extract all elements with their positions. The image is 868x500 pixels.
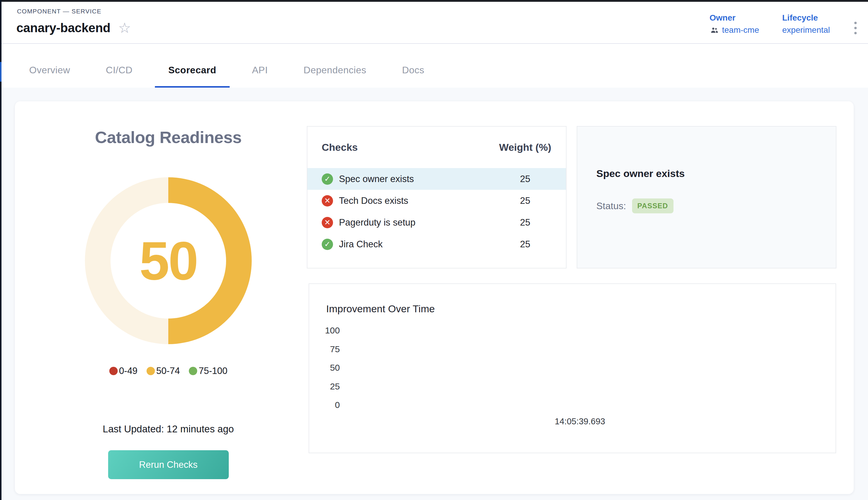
entity-tabbar: Overview CI/CD Scorecard API Dependencie… <box>0 43 868 88</box>
team-icon <box>709 26 719 34</box>
checks-table-header: Checks Weight (%) <box>308 127 566 168</box>
chart-title: Improvement Over Time <box>326 303 435 315</box>
legend-dot-green <box>189 367 197 375</box>
scorecard-card: Catalog Readiness 50 0-49 50-74 75-100 <box>15 101 854 494</box>
score-legend: 0-49 50-74 75-100 <box>15 366 322 376</box>
check-passed-icon: ✓ <box>322 239 333 250</box>
window-left-edge <box>0 0 1 500</box>
legend-dot-red <box>109 367 118 375</box>
score-value: 50 <box>139 229 197 292</box>
tab-dependencies[interactable]: Dependencies <box>290 54 380 88</box>
tab-api[interactable]: API <box>239 54 281 88</box>
lifecycle-value: experimental <box>782 25 830 35</box>
y-axis-tick: 25 <box>316 382 340 391</box>
legend-item: 50-74 <box>147 366 180 376</box>
check-detail-panel: Spec owner exists Status: PASSED <box>577 126 836 269</box>
y-axis-tick: 0 <box>316 400 340 410</box>
lifecycle-block: Lifecycle experimental <box>782 13 830 35</box>
check-row-pagerduty[interactable]: ✕ Pagerduty is setup 25 <box>308 212 566 233</box>
scorecard-page: Catalog Readiness 50 0-49 50-74 75-100 <box>0 88 868 500</box>
legend-dot-yellow <box>147 367 155 375</box>
weight-column-header: Weight (%) <box>488 141 563 153</box>
gauge-title: Catalog Readiness <box>15 127 322 147</box>
x-axis-tick: 14:05:39.693 <box>535 417 625 427</box>
legend-item: 0-49 <box>109 366 138 376</box>
tab-overview[interactable]: Overview <box>16 54 83 88</box>
score-donut-chart: 50 <box>85 177 252 344</box>
page-title: canary-backend <box>16 21 111 35</box>
improvement-chart-panel: Improvement Over Time 100 75 50 25 0 14:… <box>309 283 836 453</box>
tab-docs[interactable]: Docs <box>389 54 438 88</box>
tab-cicd[interactable]: CI/CD <box>92 54 146 88</box>
owner-block: Owner team-cme <box>709 13 759 35</box>
check-failed-icon: ✕ <box>322 217 333 228</box>
window-top-edge <box>0 0 868 2</box>
status-badge: PASSED <box>632 198 673 213</box>
last-updated-text: Last Updated: 12 minutes ago <box>15 423 322 435</box>
more-options-kebab-icon[interactable] <box>849 17 862 39</box>
y-axis-tick: 100 <box>316 326 340 336</box>
legend-item: 75-100 <box>189 366 228 376</box>
favorite-star-icon[interactable]: ☆ <box>118 21 131 35</box>
y-axis-tick: 75 <box>316 344 340 354</box>
check-row-tech-docs[interactable]: ✕ Tech Docs exists 25 <box>308 190 566 212</box>
check-passed-icon: ✓ <box>322 173 333 185</box>
y-axis-tick: 50 <box>316 363 340 373</box>
checks-column-header: Checks <box>322 141 488 153</box>
window-edge-accent <box>0 62 1 82</box>
gauge-section: Catalog Readiness 50 0-49 50-74 75-100 <box>15 101 322 494</box>
owner-label: Owner <box>709 13 759 23</box>
check-row-spec-owner[interactable]: ✓ Spec owner exists 25 <box>308 168 566 190</box>
check-detail-title: Spec owner exists <box>577 127 836 179</box>
lifecycle-label: Lifecycle <box>782 13 830 23</box>
tab-scorecard[interactable]: Scorecard <box>155 54 230 88</box>
rerun-checks-button[interactable]: Rerun Checks <box>108 450 229 479</box>
checks-panel: Checks Weight (%) ✓ Spec owner exists 25… <box>307 126 567 269</box>
check-failed-icon: ✕ <box>322 195 333 206</box>
owner-value-link[interactable]: team-cme <box>722 25 759 35</box>
check-row-jira[interactable]: ✓ Jira Check 25 <box>308 233 566 255</box>
entity-header: COMPONENT — SERVICE canary-backend ☆ Own… <box>0 0 868 43</box>
breadcrumb: COMPONENT — SERVICE <box>17 8 101 15</box>
status-label: Status: <box>596 201 626 212</box>
